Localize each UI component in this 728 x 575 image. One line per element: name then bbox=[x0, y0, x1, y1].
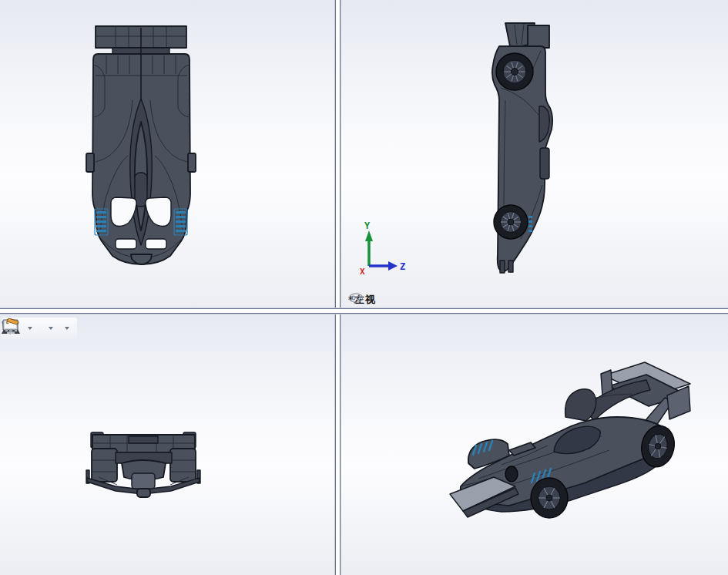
viewport-isometric-view[interactable] bbox=[341, 314, 728, 575]
view-link-icon bbox=[348, 293, 364, 303]
viewport-label: *左视 bbox=[348, 293, 376, 307]
apply-scene-dropdown-caret[interactable] bbox=[49, 327, 53, 330]
top-view-model[interactable] bbox=[0, 0, 335, 308]
isometric-view-model[interactable] bbox=[341, 314, 728, 575]
view-settings-dropdown-caret[interactable] bbox=[65, 327, 69, 330]
viewport-front-view[interactable] bbox=[0, 314, 335, 575]
cad-multi-viewport-window: Y Z X *左视 bbox=[0, 0, 728, 575]
viewport-top-view[interactable] bbox=[0, 0, 335, 308]
monitor-edit-icon bbox=[2, 318, 20, 335]
view-settings-button[interactable] bbox=[59, 328, 62, 329]
apply-scene-button[interactable] bbox=[42, 328, 45, 329]
viewport-left-view[interactable]: Y Z X *左视 bbox=[341, 0, 728, 308]
display-style-button[interactable] bbox=[22, 328, 25, 329]
front-view-model[interactable] bbox=[0, 314, 335, 575]
display-style-dropdown-caret[interactable] bbox=[28, 327, 32, 330]
left-view-model[interactable] bbox=[492, 23, 552, 273]
triad-x-label: X bbox=[360, 267, 365, 277]
viewport-splitter-horizontal[interactable] bbox=[0, 308, 728, 314]
edit-appearance-button[interactable] bbox=[38, 328, 41, 329]
viewport-splitter-vertical[interactable] bbox=[335, 0, 341, 575]
triad-y-label: Y bbox=[364, 220, 371, 231]
heads-up-toolbar bbox=[2, 318, 77, 339]
triad-z-label: Z bbox=[400, 261, 405, 272]
orientation-triad: Y Z X bbox=[360, 220, 405, 277]
